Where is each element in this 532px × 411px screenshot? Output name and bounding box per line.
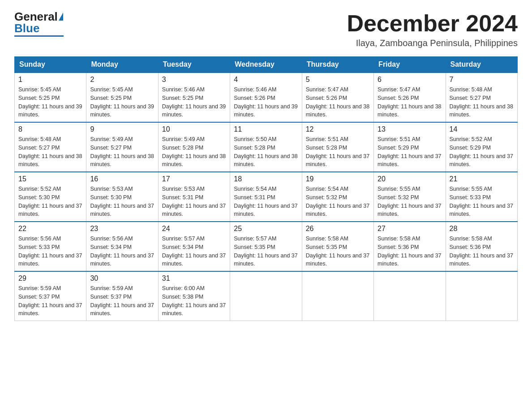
weekday-header-monday: Monday bbox=[86, 57, 158, 73]
calendar-day-17: 17Sunrise: 5:53 AMSunset: 5:31 PMDayligh… bbox=[158, 172, 230, 222]
day-sun-info: Sunrise: 5:56 AMSunset: 5:33 PMDaylight:… bbox=[18, 235, 82, 268]
day-number: 26 bbox=[306, 225, 370, 233]
day-number: 20 bbox=[378, 175, 442, 183]
day-sun-info: Sunrise: 5:45 AMSunset: 5:25 PMDaylight:… bbox=[90, 86, 154, 119]
day-sun-info: Sunrise: 5:52 AMSunset: 5:29 PMDaylight:… bbox=[450, 135, 514, 169]
calendar-day-empty bbox=[446, 271, 517, 321]
calendar-day-5: 5Sunrise: 5:47 AMSunset: 5:26 PMDaylight… bbox=[302, 73, 373, 122]
day-number: 8 bbox=[18, 125, 82, 133]
weekday-header-saturday: Saturday bbox=[446, 57, 517, 73]
day-sun-info: Sunrise: 5:58 AMSunset: 5:36 PMDaylight:… bbox=[450, 235, 514, 268]
day-number: 16 bbox=[90, 175, 154, 183]
day-number: 24 bbox=[162, 225, 226, 233]
day-number: 19 bbox=[306, 175, 370, 183]
calendar-day-empty bbox=[302, 271, 373, 321]
calendar-day-8: 8Sunrise: 5:48 AMSunset: 5:27 PMDaylight… bbox=[15, 122, 86, 172]
day-sun-info: Sunrise: 6:00 AMSunset: 5:38 PMDaylight:… bbox=[162, 284, 226, 318]
day-number: 10 bbox=[162, 125, 226, 133]
day-number: 28 bbox=[450, 225, 514, 233]
calendar-day-16: 16Sunrise: 5:53 AMSunset: 5:30 PMDayligh… bbox=[86, 172, 158, 222]
calendar-day-31: 31Sunrise: 6:00 AMSunset: 5:38 PMDayligh… bbox=[158, 271, 230, 321]
day-number: 17 bbox=[162, 175, 226, 183]
logo-underline bbox=[14, 35, 64, 37]
day-number: 2 bbox=[90, 76, 154, 84]
day-number: 9 bbox=[90, 125, 154, 133]
logo-triangle-icon bbox=[59, 13, 63, 21]
day-sun-info: Sunrise: 5:50 AMSunset: 5:28 PMDaylight:… bbox=[234, 135, 298, 169]
calendar-day-29: 29Sunrise: 5:59 AMSunset: 5:37 PMDayligh… bbox=[15, 271, 86, 321]
weekday-header-friday: Friday bbox=[374, 57, 446, 73]
day-number: 6 bbox=[378, 76, 442, 84]
day-sun-info: Sunrise: 5:49 AMSunset: 5:27 PMDaylight:… bbox=[90, 135, 154, 169]
day-number: 3 bbox=[162, 76, 226, 84]
day-number: 15 bbox=[18, 175, 82, 183]
day-number: 23 bbox=[90, 225, 154, 233]
day-sun-info: Sunrise: 5:59 AMSunset: 5:37 PMDaylight:… bbox=[18, 284, 82, 318]
calendar-week-row: 15Sunrise: 5:52 AMSunset: 5:30 PMDayligh… bbox=[15, 172, 518, 222]
day-sun-info: Sunrise: 5:57 AMSunset: 5:35 PMDaylight:… bbox=[234, 235, 298, 268]
calendar-day-24: 24Sunrise: 5:57 AMSunset: 5:34 PMDayligh… bbox=[158, 222, 230, 271]
calendar-table: SundayMondayTuesdayWednesdayThursdayFrid… bbox=[14, 56, 518, 321]
logo: General Blue bbox=[14, 11, 64, 37]
calendar-week-row: 29Sunrise: 5:59 AMSunset: 5:37 PMDayligh… bbox=[15, 271, 518, 321]
calendar-week-row: 8Sunrise: 5:48 AMSunset: 5:27 PMDaylight… bbox=[15, 122, 518, 172]
day-number: 21 bbox=[450, 175, 514, 183]
calendar-day-20: 20Sunrise: 5:55 AMSunset: 5:32 PMDayligh… bbox=[374, 172, 446, 222]
day-sun-info: Sunrise: 5:49 AMSunset: 5:28 PMDaylight:… bbox=[162, 135, 226, 169]
day-sun-info: Sunrise: 5:47 AMSunset: 5:26 PMDaylight:… bbox=[306, 86, 370, 119]
day-sun-info: Sunrise: 5:51 AMSunset: 5:28 PMDaylight:… bbox=[306, 135, 370, 169]
calendar-day-empty bbox=[374, 271, 446, 321]
day-sun-info: Sunrise: 5:59 AMSunset: 5:37 PMDaylight:… bbox=[90, 284, 154, 318]
day-sun-info: Sunrise: 5:56 AMSunset: 5:34 PMDaylight:… bbox=[90, 235, 154, 268]
day-number: 29 bbox=[18, 274, 82, 283]
day-number: 5 bbox=[306, 76, 370, 84]
calendar-header-row: SundayMondayTuesdayWednesdayThursdayFrid… bbox=[15, 57, 518, 73]
day-sun-info: Sunrise: 5:46 AMSunset: 5:25 PMDaylight:… bbox=[162, 86, 226, 119]
day-number: 12 bbox=[306, 125, 370, 133]
calendar-day-23: 23Sunrise: 5:56 AMSunset: 5:34 PMDayligh… bbox=[86, 222, 158, 271]
day-number: 13 bbox=[378, 125, 442, 133]
logo-general-text: General bbox=[14, 11, 58, 22]
day-number: 18 bbox=[234, 175, 298, 183]
calendar-day-6: 6Sunrise: 5:47 AMSunset: 5:26 PMDaylight… bbox=[374, 73, 446, 122]
calendar-day-25: 25Sunrise: 5:57 AMSunset: 5:35 PMDayligh… bbox=[230, 222, 302, 271]
calendar-day-30: 30Sunrise: 5:59 AMSunset: 5:37 PMDayligh… bbox=[86, 271, 158, 321]
location-title: Ilaya, Zamboanga Peninsula, Philippines bbox=[347, 38, 518, 48]
calendar-day-9: 9Sunrise: 5:49 AMSunset: 5:27 PMDaylight… bbox=[86, 122, 158, 172]
calendar-day-13: 13Sunrise: 5:51 AMSunset: 5:29 PMDayligh… bbox=[374, 122, 446, 172]
calendar-day-2: 2Sunrise: 5:45 AMSunset: 5:25 PMDaylight… bbox=[86, 73, 158, 122]
calendar-day-28: 28Sunrise: 5:58 AMSunset: 5:36 PMDayligh… bbox=[446, 222, 517, 271]
day-sun-info: Sunrise: 5:52 AMSunset: 5:30 PMDaylight:… bbox=[18, 185, 82, 218]
day-number: 27 bbox=[378, 225, 442, 233]
weekday-header-tuesday: Tuesday bbox=[158, 57, 230, 73]
calendar-week-row: 22Sunrise: 5:56 AMSunset: 5:33 PMDayligh… bbox=[15, 222, 518, 271]
calendar-day-empty bbox=[230, 271, 302, 321]
calendar-day-12: 12Sunrise: 5:51 AMSunset: 5:28 PMDayligh… bbox=[302, 122, 373, 172]
day-sun-info: Sunrise: 5:53 AMSunset: 5:30 PMDaylight:… bbox=[90, 185, 154, 218]
day-sun-info: Sunrise: 5:54 AMSunset: 5:31 PMDaylight:… bbox=[234, 185, 298, 218]
calendar-day-26: 26Sunrise: 5:58 AMSunset: 5:35 PMDayligh… bbox=[302, 222, 373, 271]
calendar-day-27: 27Sunrise: 5:58 AMSunset: 5:36 PMDayligh… bbox=[374, 222, 446, 271]
day-sun-info: Sunrise: 5:51 AMSunset: 5:29 PMDaylight:… bbox=[378, 135, 442, 169]
title-block: December 2024 Ilaya, Zamboanga Peninsula… bbox=[347, 11, 518, 48]
day-sun-info: Sunrise: 5:57 AMSunset: 5:34 PMDaylight:… bbox=[162, 235, 226, 268]
calendar-day-14: 14Sunrise: 5:52 AMSunset: 5:29 PMDayligh… bbox=[446, 122, 517, 172]
day-sun-info: Sunrise: 5:55 AMSunset: 5:33 PMDaylight:… bbox=[450, 185, 514, 218]
day-number: 30 bbox=[90, 274, 154, 283]
day-sun-info: Sunrise: 5:55 AMSunset: 5:32 PMDaylight:… bbox=[378, 185, 442, 218]
month-title: December 2024 bbox=[347, 11, 518, 36]
day-sun-info: Sunrise: 5:46 AMSunset: 5:26 PMDaylight:… bbox=[234, 86, 298, 119]
weekday-header-sunday: Sunday bbox=[15, 57, 86, 73]
weekday-header-thursday: Thursday bbox=[302, 57, 373, 73]
day-sun-info: Sunrise: 5:48 AMSunset: 5:27 PMDaylight:… bbox=[18, 135, 82, 169]
calendar-day-18: 18Sunrise: 5:54 AMSunset: 5:31 PMDayligh… bbox=[230, 172, 302, 222]
logo-blue-text: Blue bbox=[14, 22, 39, 34]
day-sun-info: Sunrise: 5:53 AMSunset: 5:31 PMDaylight:… bbox=[162, 185, 226, 218]
calendar-day-10: 10Sunrise: 5:49 AMSunset: 5:28 PMDayligh… bbox=[158, 122, 230, 172]
day-number: 11 bbox=[234, 125, 298, 133]
page-header: General Blue December 2024 Ilaya, Zamboa… bbox=[14, 11, 518, 48]
calendar-day-21: 21Sunrise: 5:55 AMSunset: 5:33 PMDayligh… bbox=[446, 172, 517, 222]
calendar-day-22: 22Sunrise: 5:56 AMSunset: 5:33 PMDayligh… bbox=[15, 222, 86, 271]
calendar-day-1: 1Sunrise: 5:45 AMSunset: 5:25 PMDaylight… bbox=[15, 73, 86, 122]
calendar-day-3: 3Sunrise: 5:46 AMSunset: 5:25 PMDaylight… bbox=[158, 73, 230, 122]
